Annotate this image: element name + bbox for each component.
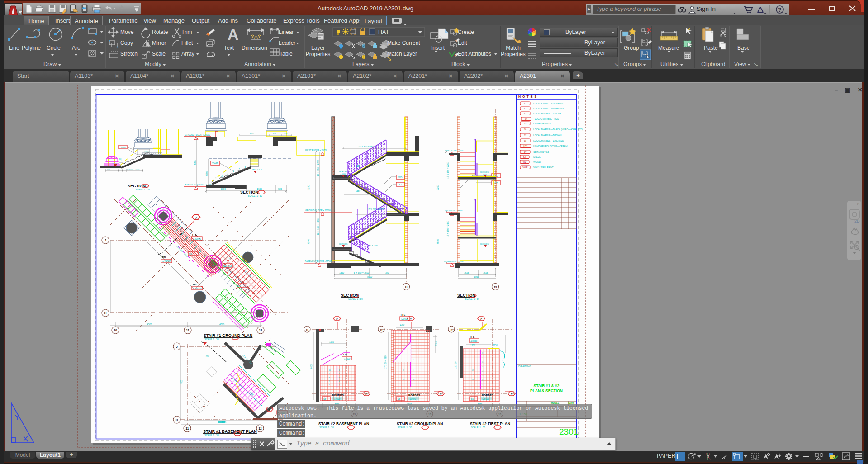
svg-text:1350: 1350 (356, 189, 360, 192)
svg-text:13: 13 (403, 379, 404, 380)
svg-text:DRAWING:: DRAWING: (518, 365, 532, 368)
svg-text:LOCAL MARBLE—EMERALD: LOCAL MARBLE—EMERALD (533, 139, 564, 142)
svg-text:D: D (440, 393, 441, 396)
svg-text:SCALE 1 : 50: SCALE 1 : 50 (319, 426, 334, 429)
svg-text:3: 3 (339, 377, 340, 379)
svg-text:S5: S5 (524, 122, 526, 125)
svg-text:J: J (176, 345, 178, 348)
svg-text:STAIR #2 BASEMENT PLAN: STAIR #2 BASEMENT PLAN (318, 421, 369, 426)
svg-text:SCALE 1 : 50: SCALE 1 : 50 (398, 426, 412, 429)
svg-text:BORDES: BORDES (339, 243, 348, 245)
svg-text:NOTES: NOTES (518, 95, 538, 98)
svg-text:4500: 4500 (147, 323, 152, 326)
svg-text:S5: S5 (471, 398, 474, 400)
svg-text:12 X 30: 12 X 30 (455, 361, 457, 369)
svg-text:S4: S4 (525, 118, 527, 120)
svg-text:LOCAL STONE—SUKABUMI: LOCAL STONE—SUKABUMI (533, 102, 563, 105)
svg-text:SCALE 1 : 50: SCALE 1 : 50 (204, 434, 219, 436)
svg-text:4550: 4550 (307, 239, 310, 244)
svg-text:8: 8 (329, 377, 330, 379)
svg-text:1525: 1525 (483, 271, 488, 274)
svg-text:6: 6 (413, 358, 413, 360)
svg-text:13: 13 (494, 286, 497, 289)
svg-text:4: 4 (482, 370, 483, 372)
svg-text:2400: 2400 (435, 341, 437, 346)
svg-text:WD: WD (523, 161, 527, 163)
svg-text:S3: S3 (524, 112, 526, 115)
svg-text:9: 9 (413, 374, 413, 376)
svg-text:A: A (145, 185, 147, 188)
svg-text:FFL: FFL (343, 353, 348, 356)
svg-text:H: H (380, 328, 382, 331)
svg-text:16 X 150 = 2400: 16 X 150 = 2400 (317, 218, 319, 235)
svg-text:400: 400 (284, 133, 288, 135)
svg-text:525: 525 (273, 133, 276, 135)
svg-text:SCALE 1 : 50: SCALE 1 : 50 (204, 338, 219, 341)
svg-text:7: 7 (329, 380, 330, 382)
svg-text:15 X 150 = 2250: 15 X 150 = 2250 (317, 160, 319, 176)
svg-text:1: 1 (413, 336, 413, 337)
svg-text:D: D (365, 393, 367, 396)
svg-text:C: C (336, 318, 338, 321)
svg-text:SCALE 1 : 50: SCALE 1 : 50 (471, 426, 485, 429)
svg-text:1: 1 (339, 369, 340, 371)
svg-text:8: 8 (413, 369, 413, 371)
svg-text:2301: 2301 (559, 427, 578, 436)
svg-text:FFL: FFL (162, 256, 167, 259)
svg-text:1350: 1350 (356, 165, 360, 167)
svg-text:6: 6 (482, 361, 483, 363)
svg-text:SECTION: SECTION (240, 190, 258, 194)
svg-text:FFL: FFL (193, 283, 198, 286)
svg-text:15 X 150 = 2250: 15 X 150 = 2250 (446, 162, 449, 179)
svg-text:H: H (451, 328, 452, 331)
svg-text:+ 20000: + 20000 (162, 260, 171, 263)
svg-text:BORDES: BORDES (252, 168, 262, 171)
svg-text:11: 11 (403, 369, 404, 371)
svg-text:+28000: +28000 (470, 340, 477, 342)
svg-text:H: H (176, 418, 178, 421)
svg-text:28: 28 (472, 369, 474, 371)
svg-text:FIRST FLOOR +24500: FIRST FLOOR +24500 (445, 149, 464, 152)
svg-text:12: 12 (403, 374, 404, 376)
svg-text:HOMOGENEOUS TILE—CREAM: HOMOGENEOUS TILE—CREAM (533, 145, 567, 147)
svg-text:525: 525 (278, 188, 282, 190)
svg-text:+ 20000: + 20000 (193, 287, 201, 290)
svg-text:STAIR #1 & #2: STAIR #1 & #2 (533, 384, 559, 388)
svg-text:8: 8 (482, 352, 483, 354)
svg-text:S2: S2 (524, 107, 526, 110)
svg-text:12 X 300: 12 X 300 (369, 244, 378, 247)
svg-text:S5: S5 (323, 398, 326, 400)
svg-text:6000: 6000 (310, 364, 313, 369)
svg-text:S1: S1 (524, 102, 526, 105)
svg-text:C: C (480, 318, 482, 321)
svg-text:12: 12 (258, 427, 262, 430)
svg-text:3: 3 (413, 345, 413, 346)
svg-text:S3: S3 (238, 285, 241, 287)
svg-text:4500: 4500 (180, 379, 183, 384)
svg-text:1: 1 (482, 384, 483, 386)
svg-text:D: D (511, 393, 512, 396)
svg-text:10: 10 (329, 369, 331, 371)
svg-text:4: 4 (339, 380, 340, 382)
svg-text:5: 5 (339, 384, 340, 386)
svg-text:SCALE 1 : 50: SCALE 1 : 50 (348, 298, 363, 300)
svg-text:5 X 300 = 1500: 5 X 300 = 1500 (354, 271, 369, 274)
svg-text:−17500: −17500 (343, 358, 350, 360)
svg-text:30: 30 (472, 379, 474, 380)
svg-text:WD: WD (398, 176, 403, 179)
svg-text:5: 5 (482, 366, 483, 368)
svg-text:4500: 4500 (219, 323, 224, 326)
svg-text:10: 10 (114, 329, 117, 332)
svg-text:3x0: 3x0 (385, 271, 389, 274)
svg-text:LOCAL MARBLE—BLACK (NERO—ASSAL: LOCAL MARBLE—BLACK (NERO—ASSALUTO) (533, 128, 583, 131)
svg-text:GROUND FLOOR + 20000: GROUND FLOOR + 20000 (305, 209, 331, 212)
svg-text:VINYL WALL PAINT: VINYL WALL PAINT (533, 166, 554, 169)
svg-text:−17000: −17000 (333, 398, 340, 400)
svg-text:17 X 30 = 5100: 17 X 30 = 5100 (384, 355, 387, 369)
svg-text:STEEL: STEEL (533, 156, 541, 158)
svg-text:LOCAL MARBLE—CREAM: LOCAL MARBLE—CREAM (533, 112, 561, 115)
svg-text:CT: CT (524, 151, 527, 153)
svg-text:LOCAL MARBLE—RED: LOCAL MARBLE—RED (535, 118, 559, 120)
svg-text:9: 9 (329, 373, 330, 375)
svg-text:3: 3 (482, 375, 483, 377)
